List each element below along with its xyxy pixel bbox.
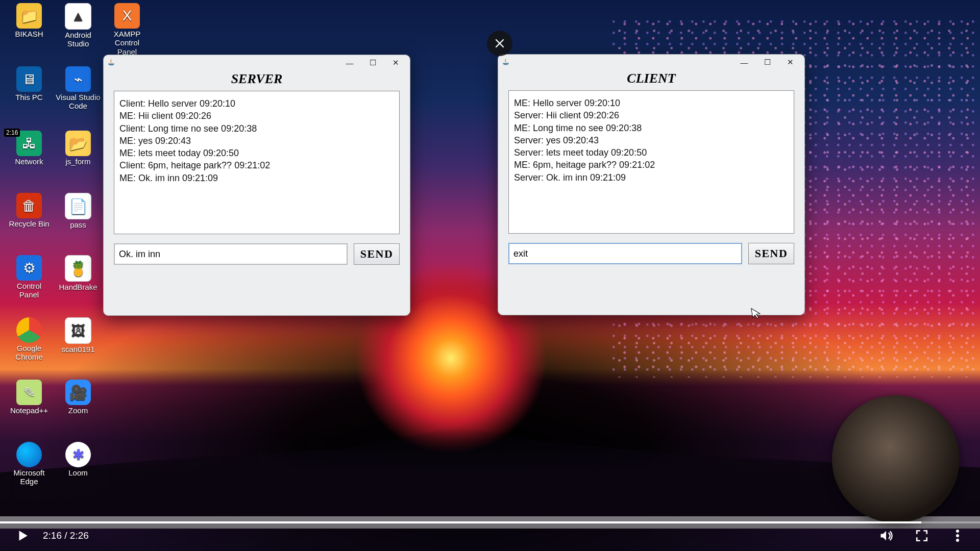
- server-window[interactable]: — ☐ ✕ SERVER Client: Hello server 09:20:…: [103, 55, 410, 316]
- desktop-icon-this-pc[interactable]: 🖥This PC: [6, 66, 52, 102]
- icon-label: Control Panel: [6, 282, 52, 299]
- icon-label: Loom: [55, 468, 101, 477]
- maximize-button[interactable]: ☐: [756, 56, 778, 68]
- chat-line: Client: Long time no see 09:20:38: [119, 122, 394, 135]
- desktop-icon-xampp-control-panel[interactable]: XXAMPP Control Panel: [104, 3, 150, 56]
- badge: 2:16: [4, 129, 20, 137]
- chat-line: ME: lets meet today 09:20:50: [119, 147, 394, 159]
- desktop-icon-notepad-[interactable]: ✎Notepad++: [6, 380, 52, 415]
- video-player-bar: 2:16 / 2:26: [0, 520, 980, 551]
- desktop-icon-recycle-bin[interactable]: 🗑Recycle Bin: [6, 193, 52, 228]
- svg-point-1: [956, 534, 959, 537]
- chat-line: Client: 6pm, heitage park?? 09:21:02: [119, 159, 394, 171]
- close-button[interactable]: ✕: [779, 56, 801, 68]
- app-icon: X: [114, 3, 140, 29]
- app-icon: ⌁: [65, 66, 91, 92]
- svg-point-0: [956, 530, 959, 533]
- server-heading: SERVER: [104, 71, 410, 87]
- desktop-icon-js-form[interactable]: 📂js_form: [55, 131, 101, 166]
- fullscreen-button[interactable]: [915, 529, 929, 543]
- client-titlebar[interactable]: — ☐ ✕: [498, 55, 804, 70]
- close-button[interactable]: ✕: [384, 57, 407, 69]
- minimize-button[interactable]: —: [338, 57, 361, 69]
- chat-line: Server: Hii client 09:20:26: [514, 109, 789, 121]
- progress-track[interactable]: [0, 521, 980, 523]
- icon-label: pass: [55, 220, 101, 229]
- server-message-input[interactable]: [114, 243, 348, 265]
- icon-label: BIKASH: [6, 30, 52, 38]
- chat-line: ME: 6pm, heitage park?? 09:21:02: [514, 159, 789, 171]
- server-send-button[interactable]: SEND: [354, 243, 400, 265]
- app-icon: ✎: [16, 380, 42, 405]
- app-icon: [16, 317, 42, 343]
- desktop-icon-handbrake[interactable]: 🍍HandBrake: [55, 255, 101, 291]
- chat-line: ME: Hello server 09:20:10: [514, 97, 789, 109]
- icon-label: Notepad++: [6, 406, 52, 415]
- maximize-button[interactable]: ☐: [361, 57, 384, 69]
- client-message-input[interactable]: [508, 243, 742, 264]
- time-display: 2:16 / 2:26: [43, 530, 89, 541]
- chat-line: ME: Long time no see 09:20:38: [514, 122, 789, 134]
- desktop-icon-android-studio[interactable]: ▲Android Studio: [55, 3, 101, 48]
- chat-line: Server: lets meet today 09:20:50: [514, 146, 789, 159]
- icon-label: Network: [6, 157, 52, 166]
- chat-line: Server: Ok. im inn 09:21:09: [514, 171, 789, 184]
- server-titlebar[interactable]: — ☐ ✕: [104, 55, 410, 70]
- video-close-button[interactable]: [487, 31, 512, 56]
- app-icon: 🎥: [65, 380, 91, 405]
- desktop-icon-pass[interactable]: 📄pass: [55, 193, 101, 229]
- app-icon: ✱: [65, 442, 91, 467]
- chat-line: Client: Hello server 09:20:10: [119, 97, 394, 110]
- desktop-icon-scan0191[interactable]: 🖼scan0191: [55, 317, 101, 354]
- client-chat-log: ME: Hello server 09:20:10Server: Hii cli…: [508, 90, 794, 234]
- chat-line: Server: yes 09:20:43: [514, 134, 789, 146]
- app-icon: [16, 442, 42, 467]
- desktop-icon-zoom[interactable]: 🎥Zoom: [55, 380, 101, 415]
- icon-label: js_form: [55, 157, 101, 166]
- icon-label: Android Studio: [55, 31, 101, 48]
- java-icon: [107, 58, 116, 67]
- icon-label: Zoom: [55, 406, 101, 415]
- client-send-button[interactable]: SEND: [748, 243, 794, 264]
- chat-line: ME: Ok. im inn 09:21:09: [119, 172, 394, 184]
- icon-label: scan0191: [55, 345, 101, 354]
- minimize-button[interactable]: —: [733, 56, 755, 68]
- app-icon: 📄: [65, 193, 91, 219]
- play-button[interactable]: [15, 529, 30, 543]
- desktop-icon-visual-studio-code[interactable]: ⌁Visual Studio Code: [55, 66, 101, 111]
- icon-label: Recycle Bin: [6, 219, 52, 228]
- chat-line: ME: Hii client 09:20:26: [119, 110, 394, 122]
- client-window[interactable]: — ☐ ✕ CLIENT ME: Hello server 09:20:10Se…: [498, 54, 805, 315]
- app-icon: 🖥: [16, 66, 42, 92]
- desktop-icon-google-chrome[interactable]: Google Chrome: [6, 317, 52, 362]
- chat-line: ME: yes 09:20:43: [119, 135, 394, 147]
- client-heading: CLIENT: [498, 71, 804, 86]
- app-icon: 🗑: [16, 193, 42, 218]
- icon-label: HandBrake: [55, 283, 101, 291]
- presenter-webcam[interactable]: [832, 395, 960, 523]
- more-options-button[interactable]: [950, 529, 965, 543]
- desktop-icon-network[interactable]: 2:16🖧Network: [6, 131, 52, 166]
- server-chat-log: Client: Hello server 09:20:10ME: Hii cli…: [114, 91, 400, 234]
- icon-label: Google Chrome: [6, 344, 52, 362]
- svg-point-2: [956, 539, 959, 542]
- java-icon: [501, 58, 510, 67]
- app-icon: 📂: [65, 131, 91, 156]
- desktop-icon-control-panel[interactable]: ⚙Control Panel: [6, 255, 52, 299]
- app-icon: ▲: [65, 3, 91, 30]
- app-icon: 🖧: [16, 131, 42, 156]
- progress-fill: [0, 521, 921, 523]
- desktop-icon-loom[interactable]: ✱Loom: [55, 442, 101, 477]
- desktop-icon-microsoft-edge[interactable]: Microsoft Edge: [6, 442, 52, 486]
- app-icon: 🍍: [65, 255, 91, 282]
- app-icon: 🖼: [65, 317, 91, 344]
- icon-label: This PC: [6, 93, 52, 102]
- desktop-icon-bikash[interactable]: 📁BIKASH: [6, 3, 52, 38]
- app-icon: ⚙: [16, 255, 42, 281]
- icon-label: XAMPP Control Panel: [104, 30, 150, 56]
- volume-button[interactable]: [879, 529, 893, 543]
- icon-label: Microsoft Edge: [6, 468, 52, 486]
- app-icon: 📁: [16, 3, 42, 29]
- icon-label: Visual Studio Code: [55, 93, 101, 111]
